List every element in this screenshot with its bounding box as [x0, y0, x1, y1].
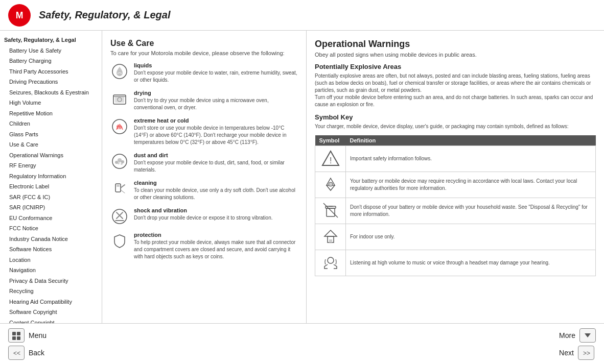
care-cleaning-title: cleaning: [134, 180, 298, 186]
footer: Menu << Back More Next >>: [0, 323, 604, 364]
liquids-icon: [110, 62, 129, 81]
sidebar-item-10[interactable]: Use & Care: [0, 139, 102, 150]
svg-point-16: [112, 209, 127, 224]
svg-rect-29: [17, 332, 20, 335]
care-heat-body: Don't store or use your mobile device in…: [134, 125, 298, 146]
shock-icon: [110, 207, 129, 226]
op-warnings-intro: Obey all posted signs when using mobile …: [315, 52, 596, 58]
sidebar: Safety, Regulatory, & LegalBattery Use &…: [0, 31, 102, 323]
svg-rect-20: [327, 208, 335, 216]
svg-point-12: [118, 162, 120, 164]
care-protection-body: To help protect your mobile device, alwa…: [134, 239, 298, 260]
care-drying-title: drying: [134, 90, 298, 96]
care-item-cleaning: cleaning To clean your mobile device, us…: [110, 180, 298, 201]
svg-text:>>: >>: [583, 350, 590, 357]
care-liquids-body: Don't expose your mobile device to water…: [134, 69, 298, 84]
back-icon: <<: [8, 346, 25, 360]
sidebar-item-5[interactable]: Seizures, Blackouts & Eyestrain: [0, 87, 102, 98]
sidebar-item-19[interactable]: Industry Canada Notice: [0, 234, 102, 245]
sidebar-item-16[interactable]: SAR (ICNIRP): [0, 202, 102, 213]
sidebar-item-3[interactable]: Third Party Accessories: [0, 66, 102, 77]
svg-line-23: [323, 203, 338, 217]
more-icon: [579, 328, 596, 343]
care-item-drying: drying Don't try to dry your mobile devi…: [110, 90, 298, 111]
sidebar-item-0[interactable]: Safety, Regulatory, & Legal: [0, 35, 102, 45]
svg-rect-31: [17, 336, 20, 340]
symbol-table: Symbol Definition ! Important safety inf…: [315, 135, 596, 276]
sidebar-item-14[interactable]: Electronic Label: [0, 181, 102, 192]
care-dust-title: dust and dirt: [134, 152, 298, 158]
care-item-shock: shock and vibration Don't drop your mobi…: [110, 207, 298, 226]
next-button[interactable]: Next >>: [559, 346, 596, 360]
cleaning-icon: [110, 180, 129, 198]
care-item-heat: extreme heat or cold Don't store or use …: [110, 117, 298, 146]
use-care-panel: Use & Care To care for your Motorola mob…: [102, 31, 307, 323]
symbol-cell-1: [315, 172, 346, 198]
sidebar-item-18[interactable]: FCC Notice: [0, 223, 102, 234]
svg-point-27: [328, 257, 334, 263]
svg-rect-28: [12, 332, 16, 335]
sidebar-item-7[interactable]: Repetitive Motion: [0, 108, 102, 119]
sidebar-item-25[interactable]: Hearing Aid Compatibility: [0, 297, 102, 307]
definition-cell-0: Important safety information follows.: [346, 146, 596, 172]
menu-button[interactable]: Menu: [8, 328, 47, 343]
symbol-row-3: For indoor use only.: [315, 224, 596, 250]
definition-cell-1: Your battery or mobile device may requir…: [346, 172, 596, 198]
sidebar-item-24[interactable]: Recycling: [0, 286, 102, 297]
sidebar-item-11[interactable]: Operational Warnings: [0, 150, 102, 161]
sidebar-item-8[interactable]: Children: [0, 118, 102, 129]
sidebar-item-26[interactable]: Software Copyright: [0, 307, 102, 318]
sidebar-item-2[interactable]: Battery Charging: [0, 56, 102, 66]
next-icon: >>: [578, 346, 594, 360]
svg-text:!: !: [330, 156, 332, 165]
sidebar-item-4[interactable]: Driving Precautions: [0, 77, 102, 87]
care-liquids-title: liquids: [134, 62, 298, 68]
svg-point-10: [118, 158, 122, 162]
symbol-cell-2: [315, 198, 346, 224]
svg-marker-33: [585, 333, 591, 337]
symbol-row-0: ! Important safety information follows.: [315, 146, 596, 172]
sidebar-item-1[interactable]: Battery Use & Safety: [0, 45, 102, 56]
sidebar-item-20[interactable]: Software Notices: [0, 244, 102, 255]
page-title: Safety, Regulatory, & Legal: [39, 9, 170, 21]
motorola-logo: M: [8, 4, 31, 27]
footer-left: Menu << Back: [8, 328, 47, 360]
op-explosive-title: Potentially Explosive Areas: [315, 63, 596, 70]
footer-right: More Next >>: [559, 328, 596, 360]
svg-marker-24: [324, 230, 337, 236]
symbol-cell-3: [315, 224, 346, 250]
symbol-col-header: Symbol: [315, 135, 346, 146]
op-explosive-body: Potentially explosive areas are often, b…: [315, 72, 596, 108]
sidebar-item-21[interactable]: Location: [0, 255, 102, 265]
heat-icon: [110, 117, 129, 136]
care-item-protection: protection To help protect your mobile d…: [110, 232, 298, 260]
sidebar-item-9[interactable]: Glass Parts: [0, 129, 102, 140]
more-button[interactable]: More: [559, 328, 596, 343]
protection-icon: [110, 232, 129, 250]
sidebar-item-13[interactable]: Regulatory Information: [0, 171, 102, 182]
care-shock-body: Don't drop your mobile device or expose …: [134, 214, 298, 222]
menu-label: Menu: [29, 331, 47, 339]
symbol-cell-0: !: [315, 146, 346, 172]
sidebar-item-22[interactable]: Navigation: [0, 265, 102, 276]
back-button[interactable]: << Back: [8, 346, 47, 360]
care-cleaning-body: To clean your mobile device, use only a …: [134, 187, 298, 201]
use-care-subtitle: To care for your Motorola mobile device,…: [110, 50, 298, 56]
symbol-row-2: Don't dispose of your battery or mobile …: [315, 198, 596, 224]
svg-rect-26: [329, 239, 332, 242]
svg-rect-15: [117, 185, 120, 187]
care-item-dust: dust and dirt Don't expose your mobile d…: [110, 152, 298, 174]
sidebar-item-17[interactable]: EU Conformance: [0, 213, 102, 224]
care-protection-title: protection: [134, 232, 298, 238]
svg-text:<<: <<: [13, 350, 20, 357]
definition-cell-2: Don't dispose of your battery or mobile …: [346, 198, 596, 224]
sidebar-item-6[interactable]: High Volume: [0, 98, 102, 108]
symbol-row-4: Listening at high volume to music or voi…: [315, 250, 596, 276]
sidebar-item-27[interactable]: Content Copyright: [0, 318, 102, 324]
care-dust-body: Don't expose your mobile device to dust,…: [134, 159, 298, 174]
definition-cell-3: For indoor use only.: [346, 224, 596, 250]
sidebar-item-15[interactable]: SAR (FCC & IC): [0, 192, 102, 203]
sidebar-item-23[interactable]: Privacy & Data Security: [0, 276, 102, 286]
definition-col-header: Definition: [346, 135, 596, 146]
sidebar-item-12[interactable]: RF Energy: [0, 160, 102, 171]
